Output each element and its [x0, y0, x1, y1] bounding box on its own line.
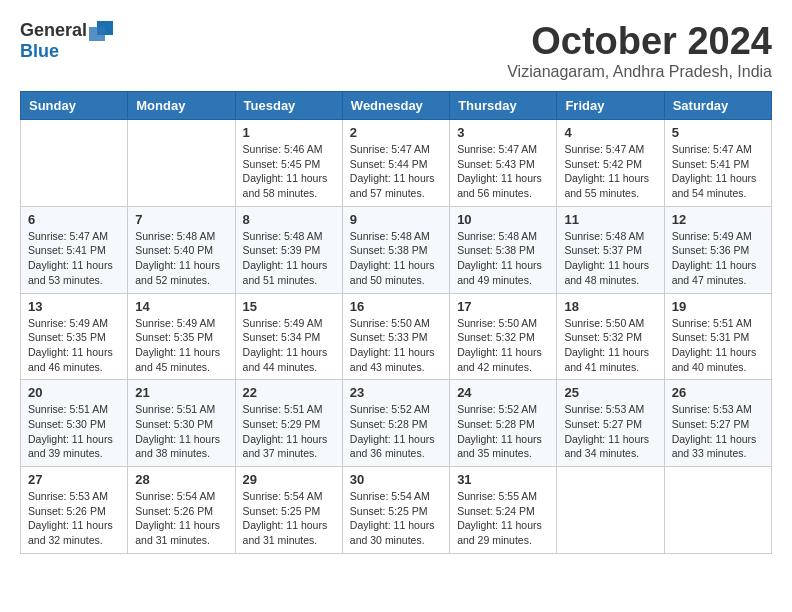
day-number: 29 — [243, 472, 335, 487]
calendar-cell: 28Sunrise: 5:54 AM Sunset: 5:26 PM Dayli… — [128, 467, 235, 554]
calendar-cell: 13Sunrise: 5:49 AM Sunset: 5:35 PM Dayli… — [21, 293, 128, 380]
logo-icon — [89, 21, 113, 41]
day-detail: Sunrise: 5:47 AM Sunset: 5:44 PM Dayligh… — [350, 142, 442, 201]
calendar-cell: 7Sunrise: 5:48 AM Sunset: 5:40 PM Daylig… — [128, 206, 235, 293]
day-number: 1 — [243, 125, 335, 140]
calendar-cell: 14Sunrise: 5:49 AM Sunset: 5:35 PM Dayli… — [128, 293, 235, 380]
day-detail: Sunrise: 5:46 AM Sunset: 5:45 PM Dayligh… — [243, 142, 335, 201]
day-detail: Sunrise: 5:51 AM Sunset: 5:31 PM Dayligh… — [672, 316, 764, 375]
day-number: 15 — [243, 299, 335, 314]
calendar-cell: 24Sunrise: 5:52 AM Sunset: 5:28 PM Dayli… — [450, 380, 557, 467]
day-number: 13 — [28, 299, 120, 314]
calendar-cell — [21, 120, 128, 207]
day-detail: Sunrise: 5:51 AM Sunset: 5:30 PM Dayligh… — [135, 402, 227, 461]
title-block: October 2024 Vizianagaram, Andhra Prades… — [507, 20, 772, 81]
calendar-header-sunday: Sunday — [21, 92, 128, 120]
calendar-cell: 2Sunrise: 5:47 AM Sunset: 5:44 PM Daylig… — [342, 120, 449, 207]
calendar-cell: 12Sunrise: 5:49 AM Sunset: 5:36 PM Dayli… — [664, 206, 771, 293]
day-detail: Sunrise: 5:48 AM Sunset: 5:38 PM Dayligh… — [350, 229, 442, 288]
day-detail: Sunrise: 5:51 AM Sunset: 5:30 PM Dayligh… — [28, 402, 120, 461]
calendar-week-row: 1Sunrise: 5:46 AM Sunset: 5:45 PM Daylig… — [21, 120, 772, 207]
day-detail: Sunrise: 5:49 AM Sunset: 5:35 PM Dayligh… — [135, 316, 227, 375]
day-detail: Sunrise: 5:48 AM Sunset: 5:39 PM Dayligh… — [243, 229, 335, 288]
day-number: 27 — [28, 472, 120, 487]
day-detail: Sunrise: 5:47 AM Sunset: 5:42 PM Dayligh… — [564, 142, 656, 201]
day-number: 8 — [243, 212, 335, 227]
day-detail: Sunrise: 5:54 AM Sunset: 5:25 PM Dayligh… — [350, 489, 442, 548]
logo-general-text: General — [20, 20, 87, 41]
calendar-cell: 9Sunrise: 5:48 AM Sunset: 5:38 PM Daylig… — [342, 206, 449, 293]
day-number: 5 — [672, 125, 764, 140]
day-detail: Sunrise: 5:53 AM Sunset: 5:27 PM Dayligh… — [564, 402, 656, 461]
day-detail: Sunrise: 5:54 AM Sunset: 5:26 PM Dayligh… — [135, 489, 227, 548]
calendar-cell: 17Sunrise: 5:50 AM Sunset: 5:32 PM Dayli… — [450, 293, 557, 380]
day-number: 6 — [28, 212, 120, 227]
calendar-cell — [664, 467, 771, 554]
calendar-cell: 4Sunrise: 5:47 AM Sunset: 5:42 PM Daylig… — [557, 120, 664, 207]
calendar-cell: 16Sunrise: 5:50 AM Sunset: 5:33 PM Dayli… — [342, 293, 449, 380]
calendar-week-row: 27Sunrise: 5:53 AM Sunset: 5:26 PM Dayli… — [21, 467, 772, 554]
day-number: 20 — [28, 385, 120, 400]
day-number: 16 — [350, 299, 442, 314]
calendar-header-friday: Friday — [557, 92, 664, 120]
day-number: 4 — [564, 125, 656, 140]
day-number: 21 — [135, 385, 227, 400]
day-detail: Sunrise: 5:49 AM Sunset: 5:36 PM Dayligh… — [672, 229, 764, 288]
month-title: October 2024 — [507, 20, 772, 63]
day-detail: Sunrise: 5:47 AM Sunset: 5:41 PM Dayligh… — [28, 229, 120, 288]
day-detail: Sunrise: 5:53 AM Sunset: 5:27 PM Dayligh… — [672, 402, 764, 461]
day-number: 2 — [350, 125, 442, 140]
calendar-header-saturday: Saturday — [664, 92, 771, 120]
calendar-cell: 11Sunrise: 5:48 AM Sunset: 5:37 PM Dayli… — [557, 206, 664, 293]
calendar-cell: 18Sunrise: 5:50 AM Sunset: 5:32 PM Dayli… — [557, 293, 664, 380]
calendar-cell: 5Sunrise: 5:47 AM Sunset: 5:41 PM Daylig… — [664, 120, 771, 207]
logo-blue-text: Blue — [20, 41, 59, 62]
logo: General Blue — [20, 20, 113, 62]
calendar-cell: 10Sunrise: 5:48 AM Sunset: 5:38 PM Dayli… — [450, 206, 557, 293]
day-number: 3 — [457, 125, 549, 140]
day-detail: Sunrise: 5:55 AM Sunset: 5:24 PM Dayligh… — [457, 489, 549, 548]
calendar-cell: 21Sunrise: 5:51 AM Sunset: 5:30 PM Dayli… — [128, 380, 235, 467]
calendar-week-row: 13Sunrise: 5:49 AM Sunset: 5:35 PM Dayli… — [21, 293, 772, 380]
calendar-cell: 23Sunrise: 5:52 AM Sunset: 5:28 PM Dayli… — [342, 380, 449, 467]
day-number: 22 — [243, 385, 335, 400]
day-number: 30 — [350, 472, 442, 487]
day-detail: Sunrise: 5:52 AM Sunset: 5:28 PM Dayligh… — [457, 402, 549, 461]
day-detail: Sunrise: 5:52 AM Sunset: 5:28 PM Dayligh… — [350, 402, 442, 461]
calendar-cell: 27Sunrise: 5:53 AM Sunset: 5:26 PM Dayli… — [21, 467, 128, 554]
calendar-header-wednesday: Wednesday — [342, 92, 449, 120]
day-number: 10 — [457, 212, 549, 227]
day-detail: Sunrise: 5:48 AM Sunset: 5:38 PM Dayligh… — [457, 229, 549, 288]
day-number: 31 — [457, 472, 549, 487]
day-detail: Sunrise: 5:48 AM Sunset: 5:37 PM Dayligh… — [564, 229, 656, 288]
day-number: 23 — [350, 385, 442, 400]
calendar-cell: 15Sunrise: 5:49 AM Sunset: 5:34 PM Dayli… — [235, 293, 342, 380]
calendar-header-row: SundayMondayTuesdayWednesdayThursdayFrid… — [21, 92, 772, 120]
calendar-cell: 8Sunrise: 5:48 AM Sunset: 5:39 PM Daylig… — [235, 206, 342, 293]
day-detail: Sunrise: 5:51 AM Sunset: 5:29 PM Dayligh… — [243, 402, 335, 461]
calendar-week-row: 20Sunrise: 5:51 AM Sunset: 5:30 PM Dayli… — [21, 380, 772, 467]
day-number: 19 — [672, 299, 764, 314]
day-detail: Sunrise: 5:49 AM Sunset: 5:35 PM Dayligh… — [28, 316, 120, 375]
day-number: 24 — [457, 385, 549, 400]
location-text: Vizianagaram, Andhra Pradesh, India — [507, 63, 772, 81]
day-number: 17 — [457, 299, 549, 314]
svg-marker-1 — [89, 27, 105, 41]
calendar-cell: 31Sunrise: 5:55 AM Sunset: 5:24 PM Dayli… — [450, 467, 557, 554]
day-number: 11 — [564, 212, 656, 227]
day-detail: Sunrise: 5:49 AM Sunset: 5:34 PM Dayligh… — [243, 316, 335, 375]
calendar-table: SundayMondayTuesdayWednesdayThursdayFrid… — [20, 91, 772, 554]
day-detail: Sunrise: 5:47 AM Sunset: 5:43 PM Dayligh… — [457, 142, 549, 201]
day-number: 9 — [350, 212, 442, 227]
calendar-header-tuesday: Tuesday — [235, 92, 342, 120]
day-number: 12 — [672, 212, 764, 227]
day-number: 28 — [135, 472, 227, 487]
page-header: General Blue October 2024 Vizianagaram, … — [20, 20, 772, 81]
calendar-cell: 26Sunrise: 5:53 AM Sunset: 5:27 PM Dayli… — [664, 380, 771, 467]
calendar-cell: 1Sunrise: 5:46 AM Sunset: 5:45 PM Daylig… — [235, 120, 342, 207]
calendar-cell: 3Sunrise: 5:47 AM Sunset: 5:43 PM Daylig… — [450, 120, 557, 207]
day-detail: Sunrise: 5:50 AM Sunset: 5:33 PM Dayligh… — [350, 316, 442, 375]
calendar-cell: 29Sunrise: 5:54 AM Sunset: 5:25 PM Dayli… — [235, 467, 342, 554]
day-detail: Sunrise: 5:47 AM Sunset: 5:41 PM Dayligh… — [672, 142, 764, 201]
calendar-cell: 20Sunrise: 5:51 AM Sunset: 5:30 PM Dayli… — [21, 380, 128, 467]
